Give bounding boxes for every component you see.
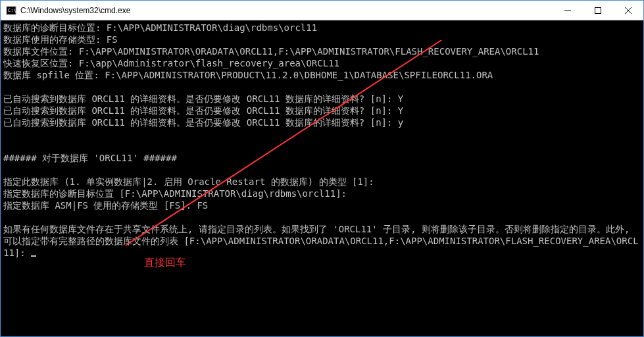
cmd-icon: C:\ [6,5,16,16]
terminal-line: 快速恢复区位置: F:\app\Administrator\flash_reco… [3,58,339,68]
close-button[interactable] [613,1,643,20]
terminal-line: 已自动搜索到数据库 ORCL11 的详细资料。是否仍要修改 ORCL11 数据库… [3,93,403,104]
titlebar[interactable]: C:\ C:\Windows\system32\cmd.exe [1,1,643,20]
maximize-button[interactable] [583,1,613,20]
svg-text:C:\: C:\ [8,8,16,13]
terminal-line: 数据库文件位置: F:\APP\ADMINISTRATOR\ORADATA\OR… [3,46,539,57]
svg-rect-3 [595,7,601,13]
terminal-line: 指定此数据库 (1. 单实例数据库|2. 启用 Oracle Restart 的… [3,176,374,187]
window-controls [553,1,643,20]
window-title: C:\Windows\system32\cmd.exe [20,6,553,15]
terminal-line: 数据库 spfile 位置: F:\APP\ADMINISTRATOR\PROD… [3,70,493,80]
terminal-output[interactable]: 数据库的诊断目标位置: F:\APP\ADMINISTRATOR\diag\rd… [1,20,643,336]
terminal-line: 指定数据库 ASM|FS 使用的存储类型 [FS]: FS [3,200,208,211]
terminal-line: 已自动搜索到数据库 ORCL11 的详细资料。是否仍要修改 ORCL11 数据库… [3,105,403,116]
terminal-line: 数据库使用的存储类型: FS [3,34,118,45]
terminal-line: 数据库的诊断目标位置: F:\APP\ADMINISTRATOR\diag\rd… [3,22,317,33]
minimize-button[interactable] [553,1,583,20]
cursor [31,255,36,257]
cmd-window: C:\ C:\Windows\system32\cmd.exe 数据库的诊断目标… [0,0,644,337]
terminal-line: 已自动搜索到数据库 ORCL11 的详细资料。是否仍要修改 ORCL11 数据库… [3,117,403,128]
terminal-line: 如果有任何数据库文件存在于共享文件系统上, 请指定目录的列表。如果找到了 'OR… [3,224,639,258]
terminal-line: ###### 对于数据库 'ORCL11' ###### [3,153,177,163]
terminal-line: 指定数据库的诊断目标位置 [F:\APP\ADMINISTRATOR\diag\… [3,188,347,199]
